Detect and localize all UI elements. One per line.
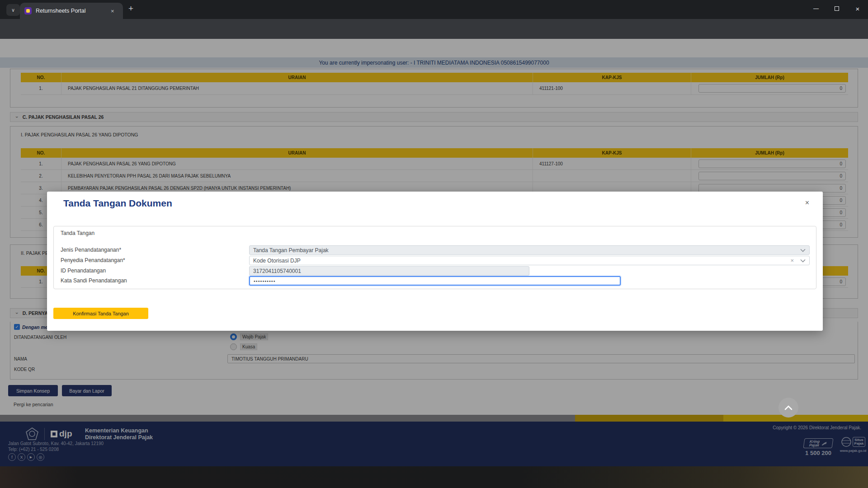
taskbar: 4 29°C Berawan Search: [0, 466, 868, 488]
tab-title: Returnsheets Portal: [36, 8, 108, 14]
window-close-button[interactable]: ×: [847, 0, 868, 17]
browser-toolbar: ← → ↻ coretaxdjp.pajak.go.id/returnsheet…: [0, 19, 868, 39]
password-label: Kata Sandi Penandatangan: [61, 277, 127, 284]
id-input[interactable]: 3172041105740001: [249, 266, 529, 276]
browser-tab-strip: ∨ Returnsheets Portal × + — ×: [0, 0, 868, 19]
scroll-to-top-button[interactable]: [778, 398, 798, 418]
site-favicon: [24, 7, 32, 14]
panel-label: Tanda Tangan: [61, 230, 94, 236]
maximize-icon: [835, 6, 839, 11]
clear-icon[interactable]: ×: [790, 257, 794, 264]
new-tab-button[interactable]: +: [128, 4, 133, 14]
password-input[interactable]: ••••••••••: [249, 276, 621, 286]
browser-tab[interactable]: Returnsheets Portal ×: [20, 3, 123, 19]
chevron-down-icon: [800, 249, 806, 252]
minimize-icon: —: [813, 5, 819, 12]
signature-modal: Tanda Tangan Dokumen × Tanda Tangan Jeni…: [47, 192, 823, 331]
modal-close-icon[interactable]: ×: [805, 199, 809, 207]
chevron-down-icon: [800, 259, 806, 263]
page-content: You are currently impersonating user: - …: [0, 39, 868, 466]
tab-close-icon[interactable]: ×: [111, 8, 114, 14]
modal-title: Tanda Tangan Dokumen: [63, 198, 172, 209]
jenis-label: Jenis Penandatanganan*: [61, 247, 121, 253]
jenis-select[interactable]: Tanda Tangan Pembayar Pajak: [249, 245, 810, 255]
chevron-down-icon: ∨: [11, 7, 15, 13]
konfirmasi-tanda-tangan-button[interactable]: Konfirmasi Tanda Tangan: [53, 308, 148, 319]
chevron-up-icon: [784, 405, 793, 410]
penyedia-select[interactable]: Kode Otorisasi DJP ×: [249, 256, 810, 265]
window-minimize-button[interactable]: —: [806, 0, 826, 17]
signature-panel: Tanda Tangan Jenis Penandatanganan* Tand…: [53, 226, 816, 289]
window-maximize-button[interactable]: [826, 0, 847, 17]
tab-search-button[interactable]: ∨: [6, 4, 20, 16]
close-icon: ×: [856, 5, 860, 13]
id-label: ID Penandatangan: [61, 267, 106, 274]
penyedia-label: Penyedia Penandatangan*: [61, 257, 125, 263]
